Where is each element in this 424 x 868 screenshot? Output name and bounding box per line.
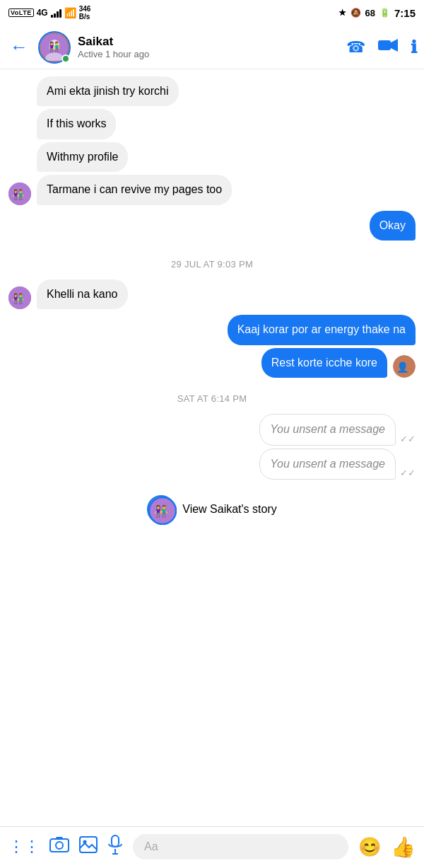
grid-icon[interactable]: ⋮⋮ xyxy=(8,838,40,856)
list-item: Khelli na kano xyxy=(37,279,128,309)
like-button[interactable]: 👍 xyxy=(391,835,416,859)
read-tick-2: ✓✓ xyxy=(400,468,416,478)
sender-avatar: 👫 xyxy=(8,183,31,205)
svg-rect-4 xyxy=(378,40,391,50)
timestamp-divider-2: SAT AT 6:14 PM xyxy=(8,393,416,404)
story-label: View Saikat's story xyxy=(182,503,276,516)
svg-text:👫: 👫 xyxy=(12,189,25,201)
svg-marker-5 xyxy=(391,39,398,52)
list-item: Okay xyxy=(370,211,416,241)
status-bar: VoLTE 4G 📶 346B/s ★ 🔕 68 🔋 7:15 xyxy=(0,0,424,25)
chat-area: Ami ekta jinish try korchi If this works… xyxy=(0,69,424,826)
message-group-sent-2: Kaaj korar por ar energy thake na Rest k… xyxy=(8,315,416,378)
contact-status: Active 1 hour ago xyxy=(78,49,339,59)
info-button[interactable]: ℹ xyxy=(411,37,417,57)
back-button[interactable]: ← xyxy=(7,33,31,61)
list-item: Withmy profile xyxy=(37,142,128,172)
camera-icon[interactable] xyxy=(49,836,69,858)
bottom-toolbar: ⋮⋮ Aa 😊 👍 xyxy=(8,834,416,860)
table-row: Ami ekta jinish try korchi xyxy=(8,76,416,106)
read-tick: ✓✓ xyxy=(400,434,416,444)
table-row: Withmy profile xyxy=(8,142,416,172)
svg-text:👫: 👫 xyxy=(48,41,61,53)
sender-avatar: 👫 xyxy=(8,287,31,309)
contact-info: Saikat Active 1 hour ago xyxy=(78,35,339,59)
table-row: Kaaj korar por ar energy thake na xyxy=(8,315,416,345)
list-item: Rest korte icche kore xyxy=(261,348,387,378)
volte-badge: VoLTE xyxy=(8,8,34,17)
svg-text:👫: 👫 xyxy=(12,293,25,305)
svg-text:👫: 👫 xyxy=(154,504,168,518)
network-icon: 4G xyxy=(37,8,48,18)
svg-rect-19 xyxy=(112,835,119,847)
bottom-bar: ⋮⋮ Aa 😊 👍 xyxy=(0,826,424,868)
input-placeholder: Aa xyxy=(144,840,158,852)
svg-text:👤: 👤 xyxy=(396,361,409,374)
list-item: Kaaj korar por ar energy thake na xyxy=(228,315,416,345)
table-row: 👫 Khelli na kano xyxy=(8,279,416,309)
status-right: ★ 🔕 68 🔋 7:15 xyxy=(338,7,416,19)
speed-label: 346B/s xyxy=(79,5,91,21)
mic-icon[interactable] xyxy=(107,835,123,860)
chat-header: ← 👫 Saikat Active 1 hour ago ☎ xyxy=(0,25,424,69)
svg-rect-14 xyxy=(50,839,69,852)
battery-label: 68 xyxy=(365,8,375,18)
svg-point-15 xyxy=(56,842,63,849)
wifi-icon: 📶 xyxy=(64,7,76,18)
svg-rect-16 xyxy=(56,837,63,840)
message-input[interactable]: Aa xyxy=(133,834,348,860)
video-call-button[interactable] xyxy=(378,38,398,56)
list-item: You unsent a message xyxy=(259,449,396,480)
table-row: You unsent a message ✓✓ xyxy=(8,449,416,480)
list-item: You unsent a message xyxy=(259,414,396,445)
online-indicator xyxy=(61,54,70,63)
status-left: VoLTE 4G 📶 346B/s xyxy=(8,5,90,21)
bell-icon: 🔕 xyxy=(351,8,361,18)
message-group-received-2: 👫 Khelli na kano xyxy=(8,279,416,309)
bluetooth-icon: ★ xyxy=(338,8,346,18)
table-row: If this works xyxy=(8,109,416,139)
table-row: Okay xyxy=(8,211,416,241)
table-row: 👫 Tarmane i can revive my pages too xyxy=(8,175,416,204)
header-actions: ☎ ℹ xyxy=(346,37,417,57)
battery-icon: 🔋 xyxy=(379,8,390,18)
signal-bars xyxy=(51,8,61,18)
story-avatar: 👫 xyxy=(147,495,175,523)
table-row: You unsent a message ✓✓ xyxy=(8,414,416,445)
my-avatar: 👤 xyxy=(393,355,416,378)
table-row: Rest korte icche kore 👤 xyxy=(8,348,416,378)
list-item: If this works xyxy=(37,109,116,139)
call-button[interactable]: ☎ xyxy=(346,38,365,57)
list-item: Ami ekta jinish try korchi xyxy=(37,76,179,106)
story-banner[interactable]: 👫 View Saikat's story xyxy=(8,485,416,531)
timestamp-divider: 29 JUL AT 9:03 PM xyxy=(8,259,416,270)
message-group-received-1: Ami ekta jinish try korchi If this works… xyxy=(8,76,416,205)
time-label: 7:15 xyxy=(394,7,416,19)
emoji-icon[interactable]: 😊 xyxy=(358,836,381,858)
contact-name: Saikat xyxy=(78,35,339,49)
list-item: Tarmane i can revive my pages too xyxy=(37,175,232,204)
image-icon[interactable] xyxy=(79,836,98,858)
contact-avatar[interactable]: 👫 xyxy=(38,31,71,64)
message-group-unsent: You unsent a message ✓✓ You unsent a mes… xyxy=(8,414,416,480)
